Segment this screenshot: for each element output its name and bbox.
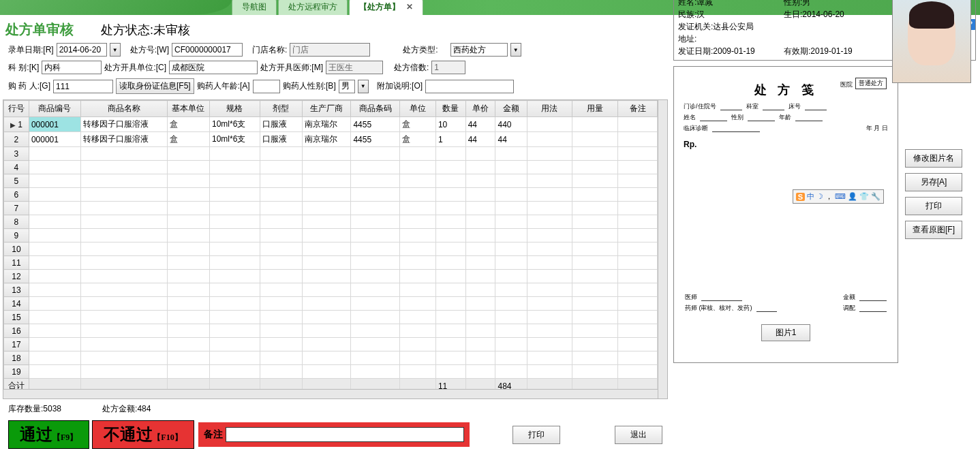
col-header[interactable]: 单价 (465, 101, 495, 117)
tab-nav[interactable]: 导航图 (232, 0, 277, 15)
ethnic-cell: 民族:汉 (678, 8, 784, 20)
buyer-sex-dropdown[interactable]: ▼ (358, 80, 369, 93)
ime-wrench-icon[interactable]: 🔧 (871, 192, 881, 201)
exit-button[interactable]: 退出 (615, 426, 662, 444)
buyer-sex-select[interactable] (339, 80, 355, 93)
rx-no-input[interactable] (172, 43, 243, 57)
buyer-age-label: 购药人年龄:[A] (197, 80, 250, 92)
table-row-empty[interactable]: 14 (4, 297, 658, 311)
pass-button[interactable]: 通过【F9】 (8, 420, 89, 449)
view-orig-button[interactable]: 查看原图[F] (905, 221, 962, 239)
table-row-empty[interactable]: 3 (4, 147, 658, 161)
status-value: 未审核 (153, 23, 190, 37)
read-id-button[interactable]: 读取身份证信息[F5] (116, 78, 194, 94)
col-header[interactable]: 用法 (527, 101, 572, 117)
pic1-button[interactable]: 图片1 (761, 324, 811, 341)
rx-amount-info: 处方金额:484 (102, 403, 151, 415)
ime-person-icon[interactable]: 👤 (848, 192, 857, 201)
ime-shirt-icon[interactable]: 👕 (859, 192, 869, 201)
remark-input[interactable] (226, 427, 464, 442)
buyer-input[interactable] (53, 80, 113, 93)
table-row[interactable]: 2000001转移因子口服溶液盒10ml*6支口服液南京瑞尔4455盒14444 (4, 132, 658, 147)
entry-date-input[interactable] (57, 43, 107, 57)
col-header[interactable]: 剂型 (260, 101, 302, 117)
issuer-doc-label: 处方开具医师:[M] (260, 62, 323, 74)
ime-comma-icon[interactable]: ， (825, 191, 833, 202)
remark-label: 备注 (204, 428, 223, 441)
buyer-age-input[interactable] (253, 80, 280, 93)
rx-row-3: 临床诊断 年 月 日 (684, 124, 888, 133)
col-header[interactable]: 备注 (618, 101, 658, 117)
table-row-empty[interactable]: 12 (4, 270, 658, 283)
grid[interactable]: 行号商品编号商品名称基本单位规格剂型生产厂商商品条码单位数量单价金额用法用量备注… (3, 99, 668, 399)
remark-box: 备注 (198, 422, 470, 447)
ime-toolbar[interactable]: S 中 ☽ ， ⌨ 👤 👕 🔧 (793, 189, 884, 204)
rx-footer: 医师 金额 药师 (审核、核对、发药) 调配 (685, 291, 887, 315)
print-button-bottom[interactable]: 打印 (512, 426, 560, 444)
valid-cell: 有效期:2019-01-19 (784, 45, 889, 57)
table-row-empty[interactable]: 11 (4, 256, 658, 270)
stock-info: 库存数量:5038 (8, 403, 61, 415)
ime-keyboard-icon[interactable]: ⌨ (835, 192, 846, 201)
table-row-empty[interactable]: 17 (4, 338, 658, 351)
col-header[interactable]: 用量 (572, 101, 618, 117)
rename-pic-button[interactable]: 修改图片名 (905, 149, 962, 168)
ime-s-icon[interactable]: S (796, 193, 805, 201)
horizontal-scrollbar[interactable] (3, 389, 658, 398)
id-photo (892, 0, 971, 83)
ime-lang-icon[interactable]: 中 (807, 191, 814, 202)
tabs: 导航图 处方远程审方 【处方单】 ✕ (232, 0, 425, 15)
table-row-empty[interactable]: 15 (4, 311, 658, 324)
table-row-empty[interactable]: 8 (4, 215, 658, 229)
table-row-empty[interactable]: 9 (4, 229, 658, 242)
table-row-empty[interactable]: 5 (4, 174, 658, 188)
tab-close-icon[interactable]: ✕ (406, 2, 413, 12)
col-header[interactable]: 行号 (4, 101, 29, 117)
table-row-empty[interactable]: 16 (4, 324, 658, 338)
table-row-empty[interactable]: 6 (4, 188, 658, 202)
rx-type-dropdown[interactable]: ▼ (510, 43, 521, 57)
table-row-empty[interactable]: 18 (4, 351, 658, 365)
page-title: 处方单审核 (5, 20, 74, 39)
pic-label-row: 图片1 (681, 324, 891, 341)
side-button-column: 修改图片名 另存[A] 打印 查看原图[F] (905, 149, 962, 363)
issuer-unit-input[interactable] (169, 61, 258, 74)
tab-prescription[interactable]: 【处方单】 ✕ (349, 0, 423, 15)
reject-button[interactable]: 不通过【F10】 (92, 420, 194, 449)
dept-input[interactable] (42, 61, 102, 74)
ime-moon-icon[interactable]: ☽ (816, 192, 823, 201)
note-input[interactable] (425, 80, 514, 93)
dept-label: 科 别:[K] (8, 62, 39, 74)
col-header[interactable]: 基本单位 (167, 101, 209, 117)
col-header[interactable]: 生产厂商 (302, 101, 350, 117)
col-header[interactable]: 数量 (435, 101, 465, 117)
table-row-empty[interactable]: 4 (4, 161, 658, 174)
table-row-empty[interactable]: 13 (4, 283, 658, 297)
table-row[interactable]: ▶ 1000001转移因子口服溶液盒10ml*6支口服液南京瑞尔4455盒104… (4, 117, 658, 132)
rx-type-label: 处方类型: (403, 44, 438, 56)
status-title: 处方状态:未审核 (101, 22, 190, 38)
rx-row-1: 门诊/住院号 科室 床号 (684, 102, 888, 111)
vertical-scrollbar[interactable] (658, 100, 667, 398)
tab-prescription-label: 【处方单】 (359, 2, 400, 12)
store-label: 门店名称: (252, 44, 287, 56)
entry-date-dropdown[interactable]: ▼ (110, 43, 121, 57)
col-header[interactable]: 金额 (495, 101, 527, 117)
tab-remote-review[interactable]: 处方远程审方 (278, 0, 348, 15)
table-row-empty[interactable]: 19 (4, 365, 658, 379)
multiplier-label: 处方倍数: (394, 62, 429, 74)
print-button[interactable]: 打印 (905, 197, 962, 215)
col-header[interactable]: 规格 (209, 101, 260, 117)
header-curve (0, 0, 232, 15)
table-row-empty[interactable]: 7 (4, 202, 658, 215)
store-input (290, 43, 370, 57)
table-row-empty[interactable]: 10 (4, 242, 658, 256)
rx-type-select[interactable] (450, 43, 508, 57)
col-header[interactable]: 商品条码 (351, 101, 399, 117)
col-header[interactable]: 单位 (399, 101, 435, 117)
col-header[interactable]: 商品名称 (80, 101, 167, 117)
form-area: 录单日期:[R] ▼ 处方号:[W] 门店名称: 处方类型: ▼ 科 别:[K]… (3, 42, 668, 99)
issuer-doc-input (326, 61, 383, 74)
save-as-button[interactable]: 另存[A] (905, 173, 962, 191)
col-header[interactable]: 商品编号 (29, 101, 80, 117)
